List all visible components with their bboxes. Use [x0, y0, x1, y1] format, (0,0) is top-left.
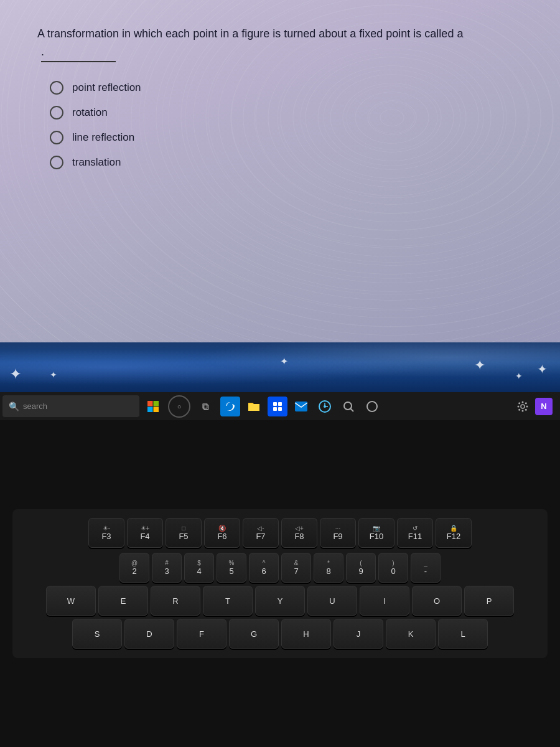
- key-f12[interactable]: 🔒 F12: [436, 518, 472, 548]
- key-f11-top: ↺: [413, 525, 418, 532]
- radio-rotation[interactable]: [50, 106, 63, 120]
- key-f9[interactable]: ··· F9: [320, 518, 356, 548]
- keyboard-area: ☀- F3 ☀+ F4 □ F5 🔇 F6 ◁- F7 ◁+ F8: [0, 420, 560, 747]
- key-f10-main: F10: [370, 532, 383, 541]
- key-f3-top: ☀-: [103, 525, 110, 532]
- key-k[interactable]: K: [386, 619, 436, 649]
- laptop-screen: A transformation in which each point in …: [0, 0, 560, 392]
- option-line-reflection[interactable]: line reflection: [50, 131, 523, 144]
- taskbar: 🔍 search ○ ⧉: [0, 392, 560, 420]
- key-7[interactable]: & 7: [281, 553, 311, 583]
- taskbar-edge-icon[interactable]: [220, 397, 240, 416]
- key-d[interactable]: D: [124, 619, 174, 649]
- option-point-reflection[interactable]: point reflection: [50, 81, 523, 95]
- taskbar-mail-icon[interactable]: [291, 397, 311, 416]
- asdf-key-row: S D F G H J K L: [19, 619, 541, 649]
- svg-point-16: [521, 405, 525, 408]
- option-translation[interactable]: translation: [50, 156, 523, 169]
- key-f4[interactable]: ☀+ F4: [127, 518, 163, 548]
- key-j[interactable]: J: [334, 619, 383, 649]
- search-icon: 🔍: [9, 402, 19, 411]
- key-f5[interactable]: □ F5: [166, 518, 202, 548]
- search-icon-svg: [342, 400, 355, 413]
- svg-point-24: [518, 408, 520, 410]
- key-u[interactable]: U: [307, 586, 357, 616]
- key-f7-top: ◁-: [257, 525, 264, 532]
- star-decoration-5: ✦: [537, 362, 548, 377]
- svg-point-13: [344, 402, 352, 410]
- key-f11[interactable]: ↺ F11: [397, 518, 433, 548]
- key-minus[interactable]: _ -: [411, 553, 441, 583]
- option-label-translation: translation: [72, 156, 121, 169]
- key-f3[interactable]: ☀- F3: [88, 518, 124, 548]
- radio-point-reflection[interactable]: [50, 81, 63, 95]
- answer-blank: .: [41, 43, 116, 62]
- key-s[interactable]: S: [72, 619, 122, 649]
- key-g[interactable]: G: [229, 619, 279, 649]
- settings-tray-icon[interactable]: [514, 398, 531, 415]
- key-f9-top: ···: [335, 525, 340, 532]
- key-f7[interactable]: ◁- F7: [243, 518, 279, 548]
- key-5[interactable]: % 5: [217, 553, 246, 583]
- key-2[interactable]: @ 2: [119, 553, 149, 583]
- star-decoration-6: ✦: [280, 355, 288, 367]
- key-i[interactable]: I: [360, 586, 409, 616]
- key-f8-main: F8: [294, 532, 304, 541]
- radio-line-reflection[interactable]: [50, 131, 63, 144]
- key-f6-top: 🔇: [218, 525, 226, 532]
- key-4[interactable]: $ 4: [184, 553, 214, 583]
- task-view-icon: ⧉: [202, 401, 209, 412]
- task-view-button[interactable]: ⧉: [193, 394, 218, 419]
- taskbar-folder-icon[interactable]: [244, 397, 264, 416]
- key-0[interactable]: ) 0: [378, 553, 408, 583]
- fn-key-row: ☀- F3 ☀+ F4 □ F5 🔇 F6 ◁- F7 ◁+ F8: [19, 518, 541, 548]
- taskbar-clock-icon[interactable]: [315, 397, 335, 416]
- svg-rect-1: [154, 401, 159, 406]
- taskbar-circle-icon[interactable]: [362, 397, 382, 416]
- key-f11-main: F11: [408, 532, 422, 541]
- key-w[interactable]: W: [46, 586, 96, 616]
- option-label-line-reflection: line reflection: [72, 131, 134, 144]
- key-p[interactable]: P: [464, 586, 514, 616]
- notification-badge[interactable]: N: [535, 398, 553, 415]
- cortana-button[interactable]: ○: [168, 395, 190, 418]
- svg-point-23: [525, 402, 527, 404]
- svg-point-21: [518, 402, 520, 404]
- radio-translation[interactable]: [50, 156, 63, 169]
- key-f10[interactable]: 📷 F10: [358, 518, 394, 548]
- cortana-icon: ○: [177, 403, 182, 410]
- folder-icon-svg: [247, 400, 261, 413]
- key-f6-main: F6: [217, 532, 226, 541]
- key-3[interactable]: # 3: [152, 553, 182, 583]
- key-f8[interactable]: ◁+ F8: [281, 518, 317, 548]
- option-label-point-reflection: point reflection: [72, 82, 141, 94]
- key-9[interactable]: ( 9: [346, 553, 376, 583]
- svg-rect-6: [273, 407, 277, 411]
- star-decoration-4: ✦: [515, 371, 523, 381]
- star-decoration-3: ✦: [474, 357, 485, 374]
- star-decoration-1: ✦: [9, 365, 22, 383]
- key-e[interactable]: E: [98, 586, 148, 616]
- key-o[interactable]: O: [412, 586, 462, 616]
- key-t[interactable]: T: [203, 586, 253, 616]
- taskbar-windows-store-icon[interactable]: [268, 397, 287, 416]
- option-rotation[interactable]: rotation: [50, 106, 523, 120]
- key-6[interactable]: ^ 6: [249, 553, 279, 583]
- question-area: A transformation in which each point in …: [0, 0, 560, 188]
- key-f5-top: □: [182, 525, 185, 532]
- key-f7-main: F7: [256, 532, 265, 541]
- taskbar-search-icon[interactable]: [338, 397, 358, 416]
- key-f3-main: F3: [101, 532, 111, 541]
- key-y[interactable]: Y: [255, 586, 305, 616]
- svg-point-10: [324, 405, 326, 408]
- key-r[interactable]: R: [151, 586, 200, 616]
- windows-start-button[interactable]: [141, 394, 166, 419]
- key-h[interactable]: H: [281, 619, 331, 649]
- screen-bottom-decoration: ✦ ✦ ✦ ✦ ✦ ✦: [0, 342, 560, 392]
- key-8[interactable]: * 8: [314, 553, 343, 583]
- key-f[interactable]: F: [177, 619, 226, 649]
- svg-rect-8: [295, 402, 307, 411]
- key-f6[interactable]: 🔇 F6: [204, 518, 240, 548]
- key-l[interactable]: L: [438, 619, 488, 649]
- taskbar-search[interactable]: 🔍 search: [2, 395, 139, 417]
